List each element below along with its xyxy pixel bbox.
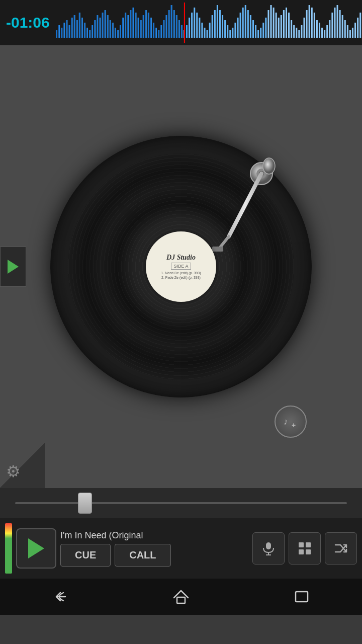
svg-rect-84: [270, 5, 272, 38]
svg-rect-67: [227, 25, 228, 38]
svg-rect-80: [260, 28, 261, 38]
svg-rect-40: [158, 30, 159, 38]
play-triangle-icon: [8, 260, 19, 274]
home-button[interactable]: [161, 582, 201, 612]
svg-rect-116: [352, 28, 353, 38]
svg-rect-28: [127, 15, 129, 38]
cue-button[interactable]: CUE: [60, 544, 111, 567]
svg-rect-17: [99, 18, 101, 38]
music-add-button[interactable]: ♪ +: [275, 406, 307, 438]
svg-rect-137: [177, 597, 185, 603]
back-button[interactable]: [40, 582, 80, 612]
svg-rect-79: [257, 30, 259, 38]
shuffle-button[interactable]: [325, 532, 357, 565]
play-main-button[interactable]: [16, 528, 56, 569]
svg-rect-109: [334, 8, 335, 38]
svg-rect-134: [306, 542, 311, 547]
svg-rect-38: [153, 23, 154, 38]
svg-rect-95: [298, 30, 300, 38]
svg-rect-108: [331, 13, 333, 38]
track-info-section: I'm In Need (Original CUE CALL: [60, 530, 248, 567]
grid-button[interactable]: [289, 532, 321, 565]
svg-text:♪: ♪: [284, 417, 288, 427]
svg-rect-16: [97, 15, 98, 38]
svg-rect-13: [89, 30, 90, 38]
svg-rect-75: [247, 10, 249, 38]
svg-rect-105: [324, 30, 325, 38]
svg-rect-71: [237, 18, 238, 38]
label-brand: DJ Studio: [166, 254, 196, 262]
svg-rect-30: [132, 8, 134, 38]
svg-rect-43: [165, 15, 167, 38]
microphone-button[interactable]: [252, 532, 285, 565]
svg-rect-6: [71, 18, 72, 38]
call-button[interactable]: CALL: [115, 544, 170, 567]
svg-rect-59: [206, 30, 208, 38]
svg-rect-53: [191, 13, 193, 38]
pitch-slider-area[interactable]: [0, 488, 362, 518]
svg-rect-31: [135, 13, 136, 38]
settings-icon: ⚙: [6, 462, 21, 481]
svg-rect-77: [252, 20, 254, 38]
svg-rect-117: [354, 23, 356, 38]
svg-rect-26: [122, 18, 124, 38]
bottom-controls: I'm In Need (Original CUE CALL: [0, 518, 362, 579]
svg-rect-32: [137, 18, 139, 38]
recents-button[interactable]: [282, 582, 322, 612]
track-name: I'm In Need (Original: [60, 530, 248, 541]
svg-rect-63: [217, 5, 218, 38]
svg-rect-69: [232, 28, 233, 38]
cue-call-row: CUE CALL: [60, 544, 248, 567]
waveform-bar[interactable]: -01:06: [0, 0, 362, 45]
svg-rect-47: [175, 15, 177, 38]
svg-rect-103: [319, 23, 320, 38]
svg-rect-54: [194, 8, 195, 38]
svg-rect-115: [349, 30, 351, 38]
svg-rect-1: [58, 25, 60, 38]
svg-text:+: +: [292, 421, 296, 429]
platter: DJ Studio SIDE A 1. Need Be (edit) (p. 3…: [50, 136, 312, 397]
svg-rect-0: [56, 30, 57, 38]
right-buttons: [252, 532, 357, 565]
waveform-canvas[interactable]: [56, 3, 362, 43]
svg-rect-52: [189, 18, 190, 38]
svg-rect-138: [296, 592, 308, 602]
svg-rect-41: [160, 25, 162, 38]
pitch-slider-track[interactable]: [15, 502, 347, 504]
label-tracks: 1. Need Be (edit) (p. 393) 2. Fade Ze (e…: [161, 271, 201, 280]
svg-rect-49: [181, 25, 183, 38]
svg-rect-74: [244, 5, 246, 38]
svg-rect-118: [357, 18, 358, 38]
svg-rect-37: [150, 18, 152, 38]
svg-rect-136: [306, 549, 311, 554]
turntable[interactable]: DJ Studio SIDE A 1. Need Be (edit) (p. 3…: [50, 136, 312, 397]
svg-rect-99: [308, 5, 310, 38]
svg-rect-96: [301, 25, 302, 38]
svg-rect-33: [140, 20, 141, 38]
svg-rect-113: [344, 20, 345, 38]
svg-rect-2: [61, 28, 62, 38]
svg-rect-45: [170, 5, 172, 38]
svg-rect-91: [288, 13, 290, 38]
svg-rect-9: [78, 13, 80, 38]
settings-corner[interactable]: ⚙: [0, 443, 45, 488]
svg-rect-12: [86, 28, 88, 38]
svg-rect-78: [255, 25, 256, 38]
svg-rect-39: [155, 28, 157, 38]
svg-rect-102: [316, 20, 318, 38]
svg-rect-64: [219, 10, 221, 38]
svg-rect-87: [278, 18, 279, 38]
svg-rect-15: [94, 20, 96, 38]
svg-rect-61: [211, 15, 213, 38]
svg-rect-14: [92, 25, 93, 38]
svg-rect-46: [173, 10, 174, 38]
svg-rect-23: [114, 28, 116, 38]
svg-rect-110: [336, 5, 338, 38]
svg-rect-73: [242, 8, 243, 38]
svg-rect-62: [214, 10, 216, 38]
svg-rect-68: [229, 30, 231, 38]
pitch-slider-thumb[interactable]: [78, 493, 92, 514]
main-area: DJ Studio SIDE A 1. Need Be (edit) (p. 3…: [0, 45, 362, 488]
side-play-button[interactable]: [0, 247, 26, 287]
svg-rect-44: [168, 10, 169, 38]
